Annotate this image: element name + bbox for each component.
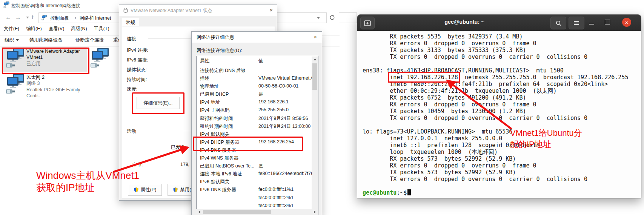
scrollbar-thumb[interactable]	[203, 210, 271, 214]
details-row[interactable]: IPv4 子网掩码255.255.255.0	[197, 107, 312, 115]
connection-group-label: 连接	[127, 36, 136, 42]
connection-fields: IPv4 连接:IPv6 连接:媒体状态:持续时间:速度:	[127, 47, 148, 96]
breadcrumb-root[interactable]: 控制面板	[50, 15, 69, 22]
breadcrumb-separator: ›	[72, 15, 79, 20]
breadcrumb-section[interactable]: 网络和 Internet	[80, 15, 111, 22]
adapter-item-ethernet2[interactable]: 以太网 2 网络 3 Realtek PCIe GbE Family Contr…	[2, 73, 87, 98]
details-row[interactable]: IPv4 默认网关	[197, 131, 312, 139]
annotation-right-line1: VMnet1给Ubuntu分	[510, 127, 582, 139]
adapter-name-line2: VMnet1	[26, 54, 43, 60]
terminal-line	[363, 121, 641, 128]
back-icon[interactable]: ←	[5, 14, 11, 21]
row-property: 物理地址	[200, 83, 219, 90]
column-property[interactable]: 属性	[200, 58, 209, 64]
row-property: 获得租约的时间	[200, 115, 233, 122]
details-list-label: 网络连接详细信息(D):	[197, 48, 242, 54]
menu-item[interactable]: 查看(V)	[49, 26, 65, 32]
details-row[interactable]: fec0:0:0:ffff::2%1	[197, 195, 312, 203]
menu-item[interactable]: 工具(T)	[94, 26, 109, 32]
toolbar-item[interactable]: 诊断这个连接	[75, 37, 104, 43]
details-row[interactable]: 连接特定的 DNS 后缀	[197, 68, 312, 75]
terminal-headerbar[interactable]: gec@ubuntu: ~ ×	[357, 15, 641, 31]
horizontal-scrollbar[interactable]	[196, 209, 318, 215]
menu-button[interactable]	[569, 17, 584, 29]
row-property: IPv4 WINS 服务器	[200, 155, 238, 161]
minimize-icon[interactable]	[589, 24, 594, 25]
details-button[interactable]: 详细信息(E)...	[137, 97, 180, 109]
network-adapter-icon	[5, 74, 25, 95]
forward-icon[interactable]: →	[15, 14, 21, 21]
address-dropdown-icon[interactable]	[317, 17, 320, 19]
menu-icon	[573, 21, 579, 25]
network-adapter-icon[interactable]	[90, 48, 109, 69]
row-value: 2021年9月24日 13:00:00	[258, 123, 310, 130]
annotation-left-line2: 获取的IP地址	[36, 181, 95, 194]
row-value: 192.168.226.254	[258, 139, 294, 144]
terminal-line: inet6 ::1 prefixlen 128 scopeid 0x10<hos…	[363, 142, 641, 149]
annotation-left-line1: Windows主机从VMnet1	[36, 169, 139, 182]
details-row[interactable]: 已启用 DHCP是	[197, 91, 312, 99]
shield-icon	[134, 187, 139, 192]
search-button[interactable]	[550, 17, 566, 29]
terminal-line: RX packets 5535 bytes 3429357 (3.4 MB)	[363, 33, 641, 40]
scroll-left-icon[interactable]	[196, 209, 202, 215]
activity-group-label: 活动	[127, 128, 136, 135]
terminal-line: ether 00:0c:29:4f:21:1b txqueuelen 1000 …	[363, 88, 641, 94]
history-chevron-icon[interactable]	[26, 17, 29, 18]
row-property: IPv4 地址	[200, 99, 220, 106]
details-row[interactable]: IPv4 地址192.168.226.1	[197, 99, 312, 107]
organize-dropdown-icon	[16, 39, 19, 41]
search-box[interactable]	[339, 12, 357, 23]
maximize-icon[interactable]	[605, 20, 610, 25]
up-icon[interactable]: ↑	[31, 14, 34, 20]
close-icon[interactable]: ×	[267, 6, 275, 14]
terminal-title: gec@ubuntu: ~	[427, 19, 502, 25]
terminal-line: loop txqueuelen 1000 (本地环回)	[363, 149, 641, 155]
scroll-up-icon[interactable]	[312, 56, 318, 63]
connection-field-label: IPv6 连接:	[127, 57, 148, 63]
terminal-prompt-line[interactable]: gec@ubuntu:~$	[363, 189, 641, 196]
details-row[interactable]: 租约过期的时间2021年9月24日 13:00:00	[197, 123, 312, 131]
refresh-icon[interactable]	[329, 14, 335, 21]
close-button[interactable]: ×	[622, 18, 631, 27]
details-rows: 连接特定的 DNS 后缀描述VMware Virtual Ethernet Ad…	[197, 68, 312, 211]
adapter-name-line1: 以太网 2	[26, 74, 45, 80]
row-property: 租约过期的时间	[200, 123, 233, 130]
plug-icon	[123, 8, 128, 14]
terminal-line: lo: flags=73<UP,LOOPBACK,RUNNING> mtu 65…	[363, 128, 641, 135]
network-details-dialog: 网络连接详细信息 × 网络连接详细信息(D): 属性 值 连接特定的 DNS 后…	[191, 31, 322, 215]
details-row[interactable]: IPv6 DNS 服务器fec0:0:0:ffff::1%1	[197, 187, 312, 195]
adapter-status: 已启用	[26, 61, 41, 67]
toolbar-item[interactable]: 组织	[5, 37, 19, 43]
column-value[interactable]: 值	[258, 58, 263, 64]
row-value: 00-50-56-C0-00-01	[258, 83, 298, 89]
shield-icon	[173, 187, 178, 192]
terminal-line: RX packets 6752 bytes 491200 (491.2 KB)	[363, 94, 641, 101]
new-tab-button[interactable]	[360, 17, 375, 29]
details-row[interactable]: 物理地址00-50-56-C0-00-01	[197, 83, 312, 91]
close-icon[interactable]: ×	[311, 33, 320, 41]
details-row[interactable]: IPv4 WINS 服务器	[197, 155, 312, 163]
details-row[interactable]: 已启用 NetBIOS over Tc...是	[197, 163, 312, 171]
annotation-right-line2: 配的IP地址	[510, 139, 551, 150]
adapter-item-vmnet1[interactable]: VMware Network Adapter VMnet1 已启用	[2, 47, 87, 72]
menu-item[interactable]: 文件(F)	[4, 26, 19, 32]
details-row[interactable]: IPv4 DHCP 服务器192.168.226.254	[197, 139, 312, 147]
adapter-name-line1: VMware Network Adapter	[26, 48, 80, 54]
scrollbar-thumb[interactable]	[312, 63, 317, 90]
scroll-right-icon[interactable]	[312, 209, 318, 215]
properties-button[interactable]: 属性(P)	[128, 184, 162, 196]
close-icon: ×	[625, 20, 629, 25]
details-row[interactable]: IPv4 DNS 服务器	[197, 147, 312, 155]
details-row[interactable]: IPv6 默认网关	[197, 179, 312, 187]
vertical-scrollbar[interactable]	[312, 56, 318, 215]
terminal-line: TX packets 3133 bytes 375333 (375.3 KB)	[363, 47, 641, 54]
menu-item[interactable]: 高级(N)	[71, 26, 87, 32]
terminal-output[interactable]: RX packets 5535 bytes 3429357 (3.4 MB) R…	[357, 31, 641, 198]
menu-item[interactable]: 编辑(E)	[26, 26, 42, 32]
details-row[interactable]: 描述VMware Virtual Ethernet Adapter for	[197, 75, 312, 83]
details-row[interactable]: 获得租约的时间2021年9月24日 8:59:56	[197, 115, 312, 123]
toolbar-item[interactable]: 禁用此网络设备	[29, 37, 63, 43]
details-row[interactable]: 连接-本地 IPv6 地址fe80::1966:24ee:ebdf:7f76%6	[197, 171, 312, 179]
details-dialog-title: 网络连接详细信息	[197, 34, 234, 41]
